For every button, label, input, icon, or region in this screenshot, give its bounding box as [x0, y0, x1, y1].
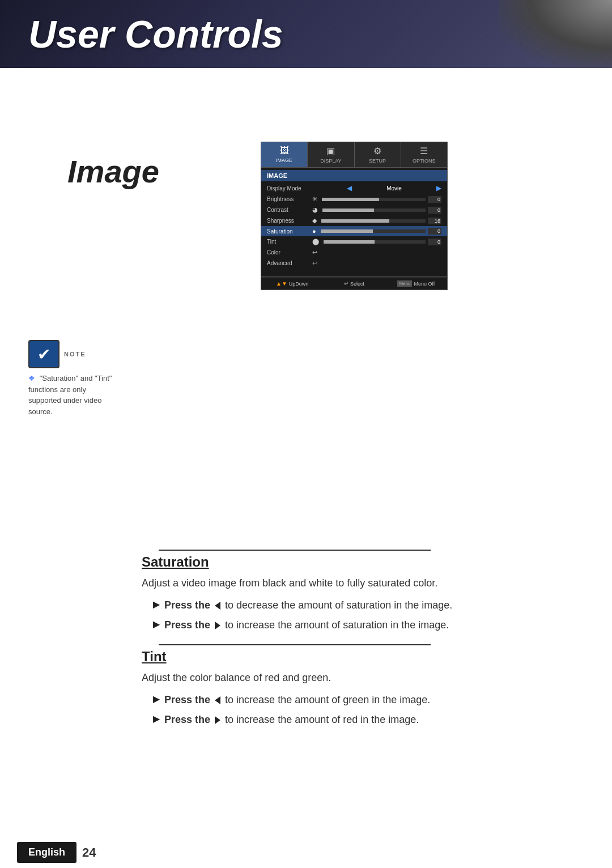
saturation-bar: [321, 229, 426, 233]
sharpness-bar: [321, 219, 426, 223]
select-label: Select: [350, 281, 364, 287]
display-mode-right-arrow: ▶: [436, 184, 441, 192]
display-mode-value: Movie: [386, 185, 402, 192]
display-mode-left-arrow: ◀: [347, 184, 352, 192]
display-tab-label: DISPLAY: [320, 158, 341, 164]
note-text: ❖ "Saturation" and "Tint" functions are …: [28, 373, 119, 417]
left-arrow-icon-2: [215, 696, 220, 704]
osd-contrast-row: Contrast ◕ 0: [261, 205, 447, 215]
advanced-label: Advanced: [267, 260, 312, 266]
setup-tab-label: SETUP: [369, 158, 386, 164]
tint-bar: [324, 240, 426, 244]
brightness-label: Brightness: [267, 196, 312, 202]
osd-advanced-row: Advanced ↩: [261, 258, 447, 269]
saturation-heading: Saturation: [142, 554, 595, 570]
color-enter-icon: ↩: [312, 249, 317, 256]
tint-label: Tint: [267, 239, 312, 245]
osd-tabs: 🖼 IMAGE ▣ DISPLAY ⚙ SETUP ☰ OPTIONS: [261, 142, 448, 168]
sharpness-value: 16: [428, 218, 441, 224]
contrast-bar: [322, 209, 426, 212]
brightness-bar-fill: [322, 198, 379, 201]
tint-section: Tint Adjust the color balance of red and…: [17, 644, 595, 727]
contrast-icon: ◕: [312, 206, 318, 214]
footer-language: English: [17, 842, 76, 863]
saturation-bullet-arrow-2: ▶: [153, 619, 160, 629]
footer-page-number: 24: [82, 845, 96, 860]
osd-saturation-row: Saturation ● 0: [261, 226, 447, 236]
osd-section-title: IMAGE: [261, 170, 447, 181]
tint-bullet-1: ▶ Press the to increase the amount of gr…: [142, 692, 595, 708]
brightness-icon: ✳: [312, 195, 317, 203]
osd-color-row: Color ↩: [261, 247, 447, 258]
advanced-enter-icon: ↩: [312, 259, 317, 267]
sharpness-label: Sharpness: [267, 218, 312, 224]
display-tab-icon: ▣: [310, 146, 351, 156]
osd-display-mode-row: Display Mode ◀ Movie ▶: [261, 182, 447, 194]
header-bar: User Controls: [0, 0, 612, 68]
tint-icon: ⬤: [312, 238, 319, 245]
osd-tab-options: ☰ OPTIONS: [401, 142, 447, 167]
osd-tab-image: 🖼 IMAGE: [261, 142, 308, 167]
updown-label: UpDown: [289, 281, 309, 287]
updown-icon: ▲▼: [276, 280, 287, 287]
right-arrow-icon-2: [215, 716, 220, 724]
tint-bullet-text-1: Press the to increase the amount of gree…: [164, 692, 430, 708]
display-mode-label: Display Mode: [267, 185, 312, 192]
page-footer: English 24: [0, 837, 612, 868]
osd-tab-setup: ⚙ SETUP: [355, 142, 401, 167]
tint-bullet-text-2: Press the to increase the amount of red …: [164, 712, 419, 727]
osd-footer-updown: ▲▼ UpDown: [261, 280, 323, 287]
osd-menu: 🖼 IMAGE ▣ DISPLAY ⚙ SETUP ☰ OPTIONS IMAG…: [261, 142, 448, 290]
image-tab-icon: 🖼: [264, 146, 305, 156]
tint-heading: Tint: [142, 649, 595, 665]
tint-divider: [159, 644, 431, 645]
saturation-label: Saturation: [267, 228, 312, 235]
saturation-value: 0: [428, 228, 441, 235]
saturation-desc: Adjust a video image from black and whit…: [142, 576, 595, 591]
osd-footer-select: ↵ Select: [323, 280, 385, 287]
saturation-bullet-1: ▶ Press the to decrease the amount of sa…: [142, 598, 595, 613]
saturation-bar-fill: [321, 229, 373, 233]
tint-bullet-arrow-1: ▶: [153, 693, 160, 704]
section-image-label: Image: [28, 153, 198, 190]
brightness-bar: [322, 198, 426, 201]
note-box: ✔ NOTE ❖ "Saturation" and "Tint" functio…: [28, 340, 119, 417]
contrast-label: Contrast: [267, 207, 312, 213]
saturation-icon: ●: [312, 228, 316, 235]
image-tab-label: IMAGE: [276, 158, 292, 163]
note-header: ✔ NOTE: [28, 340, 119, 368]
tint-bullet-2: ▶ Press the to increase the amount of re…: [142, 712, 595, 727]
saturation-bullet-arrow-1: ▶: [153, 599, 160, 610]
page-title: User Controls: [28, 12, 283, 56]
osd-body: IMAGE Display Mode ◀ Movie ▶ Brightness …: [261, 168, 448, 277]
select-icon: ↵: [344, 280, 348, 287]
options-tab-label: OPTIONS: [413, 158, 436, 164]
saturation-bullet-text-2: Press the to increase the amount of satu…: [164, 618, 449, 633]
note-checkmark-icon: ✔: [37, 345, 50, 364]
left-arrow-icon-1: [215, 602, 220, 610]
setup-tab-icon: ⚙: [357, 146, 398, 156]
note-label: NOTE: [64, 351, 86, 358]
sections-area: Saturation Adjust a video image from bla…: [0, 550, 612, 727]
osd-sharpness-row: Sharpness ◆ 16: [261, 215, 447, 226]
menuoff-label: Menu Off: [414, 281, 435, 287]
saturation-bullet-2: ▶ Press the to increase the amount of sa…: [142, 618, 595, 633]
contrast-bar-fill: [322, 209, 374, 212]
menu-icon: Menu: [397, 280, 412, 287]
contrast-value: 0: [428, 207, 441, 214]
tint-bullet-arrow-2: ▶: [153, 713, 160, 724]
tint-bar-fill: [324, 240, 375, 244]
brightness-value: 0: [428, 196, 441, 203]
saturation-section: Saturation Adjust a video image from bla…: [17, 550, 595, 633]
saturation-divider: [159, 550, 431, 551]
osd-tint-row: Tint ⬤ 0: [261, 236, 447, 247]
sharpness-bar-fill: [321, 219, 389, 223]
osd-brightness-row: Brightness ✳ 0: [261, 194, 447, 205]
right-arrow-icon-1: [215, 622, 220, 629]
saturation-bullet-text-1: Press the to decrease the amount of satu…: [164, 598, 452, 613]
osd-footer-menuoff: Menu Menu Off: [385, 280, 447, 287]
color-label: Color: [267, 249, 312, 256]
osd-footer: ▲▼ UpDown ↵ Select Menu Menu Off: [261, 277, 448, 290]
osd-tab-display: ▣ DISPLAY: [308, 142, 354, 167]
tint-value: 0: [428, 239, 441, 245]
